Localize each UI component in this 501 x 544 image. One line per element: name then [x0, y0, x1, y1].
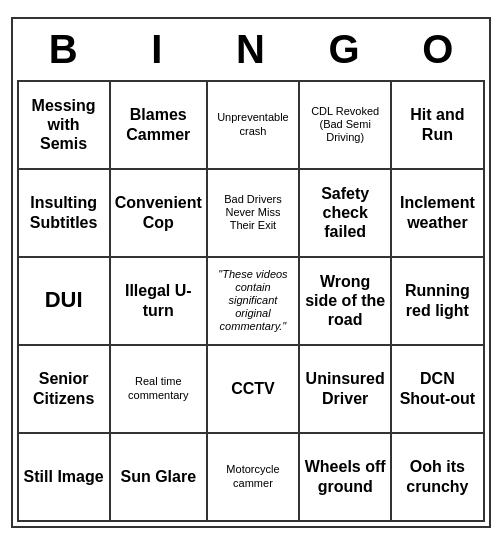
- bingo-header: B I N G O: [17, 23, 485, 76]
- bingo-cell-18[interactable]: Uninsured Driver: [300, 346, 392, 434]
- bingo-cell-4[interactable]: Hit and Run: [392, 82, 484, 170]
- bingo-cell-10[interactable]: DUI: [19, 258, 111, 346]
- bingo-cell-24[interactable]: Ooh its crunchy: [392, 434, 484, 522]
- bingo-cell-1[interactable]: Blames Cammer: [111, 82, 208, 170]
- header-n: N: [204, 23, 298, 76]
- bingo-cell-3[interactable]: CDL Revoked (Bad Semi Driving): [300, 82, 392, 170]
- bingo-cell-17[interactable]: CCTV: [208, 346, 300, 434]
- bingo-cell-15[interactable]: Senior Citizens: [19, 346, 111, 434]
- bingo-cell-13[interactable]: Wrong side of the road: [300, 258, 392, 346]
- bingo-cell-9[interactable]: Inclement weather: [392, 170, 484, 258]
- bingo-cell-12[interactable]: "These videos contain significant origin…: [208, 258, 300, 346]
- bingo-cell-16[interactable]: Real time commentary: [111, 346, 208, 434]
- bingo-cell-6[interactable]: Convenient Cop: [111, 170, 208, 258]
- bingo-cell-14[interactable]: Running red light: [392, 258, 484, 346]
- bingo-cell-5[interactable]: Insulting Subtitles: [19, 170, 111, 258]
- bingo-cell-21[interactable]: Sun Glare: [111, 434, 208, 522]
- header-b: B: [17, 23, 111, 76]
- bingo-cell-22[interactable]: Motorcycle cammer: [208, 434, 300, 522]
- bingo-cell-8[interactable]: Safety check failed: [300, 170, 392, 258]
- bingo-cell-23[interactable]: Wheels off ground: [300, 434, 392, 522]
- header-o: O: [391, 23, 485, 76]
- header-g: G: [297, 23, 391, 76]
- bingo-cell-2[interactable]: Unpreventable crash: [208, 82, 300, 170]
- header-i: I: [110, 23, 204, 76]
- bingo-cell-7[interactable]: Bad Drivers Never Miss Their Exit: [208, 170, 300, 258]
- bingo-cell-19[interactable]: DCN Shout-out: [392, 346, 484, 434]
- bingo-card: B I N G O Messing with SemisBlames Camme…: [11, 17, 491, 528]
- bingo-cell-20[interactable]: Still Image: [19, 434, 111, 522]
- bingo-grid: Messing with SemisBlames CammerUnprevent…: [17, 80, 485, 522]
- bingo-cell-0[interactable]: Messing with Semis: [19, 82, 111, 170]
- bingo-cell-11[interactable]: Illegal U-turn: [111, 258, 208, 346]
